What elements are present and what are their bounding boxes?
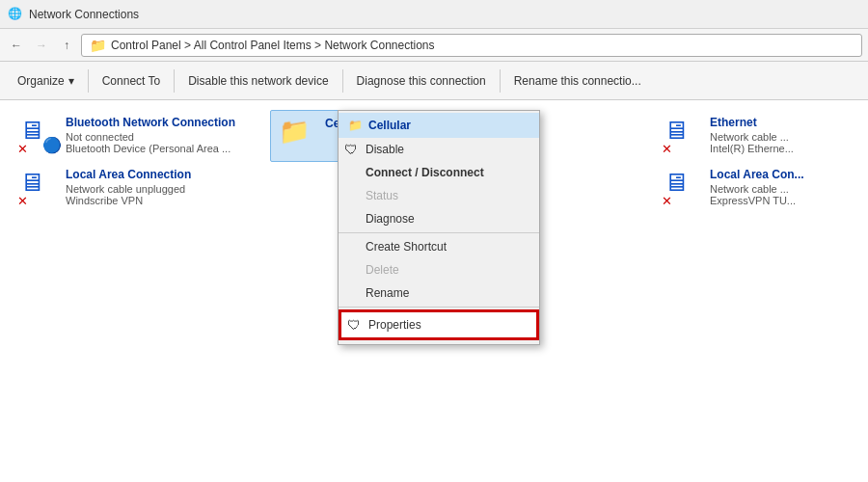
window-title: Network Connections xyxy=(29,8,139,21)
bluetooth-item[interactable]: 🖥 🔵 ✕ Bluetooth Network Connection Not c… xyxy=(12,110,243,160)
local-area2-computer-icon: 🖥 xyxy=(664,168,689,197)
bluetooth-computer-icon: 🖥 xyxy=(19,116,44,145)
toolbar-divider-1 xyxy=(88,69,89,93)
ethernet-status1: Network cable ... xyxy=(710,131,794,143)
ethernet-item[interactable]: 🖥 ✕ Ethernet Network cable ... Intel(R) … xyxy=(656,110,849,160)
ethernet-x-icon: ✕ xyxy=(662,142,672,156)
ctx-disable[interactable]: 🛡 Disable xyxy=(339,138,539,161)
ctx-properties-wrapper: 🛡 Properties xyxy=(339,309,539,340)
ctx-delete-label: Delete xyxy=(366,263,399,277)
bluetooth-icon-wrapper: 🖥 🔵 ✕ xyxy=(19,116,58,154)
local-area2-item[interactable]: 🖥 ✕ Local Area Con... Network cable ... … xyxy=(656,162,849,212)
ctx-rename[interactable]: Rename xyxy=(339,281,539,305)
diagnose-button[interactable]: Diagnose this connection xyxy=(347,66,496,96)
ctx-disable-shield-icon: 🛡 xyxy=(344,142,358,157)
ctx-sep-2 xyxy=(339,307,539,308)
ctx-header-text: Cellular xyxy=(368,119,411,132)
ctx-status: Status xyxy=(339,184,539,207)
bluetooth-info: Bluetooth Network Connection Not connect… xyxy=(66,116,235,154)
ctx-sep-1 xyxy=(339,232,539,233)
local-area2-status2: ExpressVPN TU... xyxy=(710,195,804,206)
back-button[interactable]: ← xyxy=(6,35,27,56)
local-area2-name: Local Area Con... xyxy=(710,168,804,181)
organize-dropdown-icon: ▾ xyxy=(68,74,74,88)
ctx-disable-label: Disable xyxy=(366,143,404,156)
ctx-connect-label: Connect / Disconnect xyxy=(366,166,484,179)
address-box[interactable]: 📁 Control Panel > All Control Panel Item… xyxy=(81,34,862,57)
cellular-icon-wrapper: 📁 xyxy=(279,117,317,155)
ethernet-status2: Intel(R) Etherne... xyxy=(710,143,794,154)
ethernet-info: Ethernet Network cable ... Intel(R) Ethe… xyxy=(710,116,794,154)
disable-label: Disable this network device xyxy=(188,74,328,88)
bluetooth-status2: Bluetooth Device (Personal Area ... xyxy=(66,143,235,154)
organize-label: Organize xyxy=(17,74,65,88)
cellular-folder-icon: 📁 xyxy=(279,117,310,146)
rename-button[interactable]: Rename this connectio... xyxy=(504,66,651,96)
rename-label: Rename this connectio... xyxy=(514,74,641,88)
local-area-info: Local Area Connection Network cable unpl… xyxy=(66,168,191,206)
diagnose-label: Diagnose this connection xyxy=(357,74,486,88)
window-icon: 🌐 xyxy=(8,7,23,22)
ctx-diagnose[interactable]: Diagnose xyxy=(339,207,539,230)
ctx-shortcut[interactable]: Create Shortcut xyxy=(339,235,539,258)
local-area-x-icon: ✕ xyxy=(17,194,28,208)
local-area-item[interactable]: 🖥 ✕ Local Area Connection Network cable … xyxy=(12,162,243,212)
toolbar-divider-3 xyxy=(342,69,343,93)
ctx-header-icon: 📁 xyxy=(348,119,363,132)
ethernet-computer-icon: 🖥 xyxy=(664,116,689,145)
toolbar-divider-2 xyxy=(174,69,175,93)
local-area-name: Local Area Connection xyxy=(66,168,191,181)
title-bar: 🌐 Network Connections xyxy=(0,0,868,29)
local-area2-status1: Network cable ... xyxy=(710,183,804,195)
connect-to-label: Connect To xyxy=(102,74,161,88)
ctx-properties-label: Properties xyxy=(368,318,421,332)
ctx-shortcut-label: Create Shortcut xyxy=(366,240,447,254)
folder-icon: 📁 xyxy=(90,38,106,53)
right-column: 🖥 ✕ Ethernet Network cable ... Intel(R) … xyxy=(656,110,849,212)
ctx-properties[interactable]: 🛡 Properties xyxy=(341,312,536,337)
address-path: Control Panel > All Control Panel Items … xyxy=(111,39,435,52)
bluetooth-badge-icon: 🔵 xyxy=(42,136,62,154)
ctx-properties-shield-icon: 🛡 xyxy=(347,317,361,333)
bluetooth-x-icon: ✕ xyxy=(17,142,28,156)
bluetooth-name: Bluetooth Network Connection xyxy=(66,116,235,129)
context-menu-header: 📁 Cellular xyxy=(339,113,539,138)
ethernet-icon-wrapper: 🖥 ✕ xyxy=(664,116,702,154)
local-area-status2: Windscribe VPN xyxy=(66,195,191,206)
local-area2-icon-wrapper: 🖥 ✕ xyxy=(664,168,702,206)
bluetooth-status1: Not connected xyxy=(66,131,235,143)
context-menu: 📁 Cellular 🛡 Disable Connect / Disconnec… xyxy=(338,110,540,345)
local-area-computer-icon: 🖥 xyxy=(19,168,44,197)
ctx-connect[interactable]: Connect / Disconnect xyxy=(339,161,539,184)
main-content: 🖥 🔵 ✕ Bluetooth Network Connection Not c… xyxy=(0,100,868,482)
local-area2-info: Local Area Con... Network cable ... Expr… xyxy=(710,168,804,206)
address-bar: ← → ↑ 📁 Control Panel > All Control Pane… xyxy=(0,29,868,62)
forward-button[interactable]: → xyxy=(31,35,52,56)
left-column: 🖥 🔵 ✕ Bluetooth Network Connection Not c… xyxy=(12,110,243,212)
ctx-diagnose-label: Diagnose xyxy=(366,212,415,226)
connect-to-button[interactable]: Connect To xyxy=(93,66,171,96)
ethernet-name: Ethernet xyxy=(710,116,794,129)
disable-button[interactable]: Disable this network device xyxy=(178,66,338,96)
local-area-status1: Network cable unplugged xyxy=(66,183,191,195)
organize-button[interactable]: Organize ▾ xyxy=(8,66,84,96)
local-area-icon-wrapper: 🖥 ✕ xyxy=(19,168,58,206)
toolbar: Organize ▾ Connect To Disable this netwo… xyxy=(0,62,868,100)
ctx-status-label: Status xyxy=(366,189,398,202)
up-button[interactable]: ↑ xyxy=(56,35,77,56)
ctx-rename-label: Rename xyxy=(366,286,409,300)
toolbar-divider-4 xyxy=(500,69,501,93)
ctx-delete: Delete xyxy=(339,258,539,281)
local-area2-x-icon: ✕ xyxy=(662,194,672,208)
